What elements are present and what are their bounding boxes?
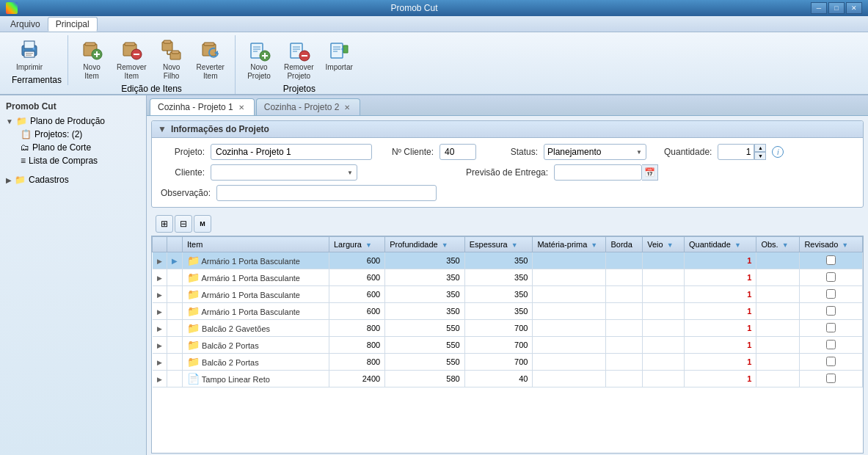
materia-cell xyxy=(533,303,606,320)
th-profundidade: Profundidade ▼ xyxy=(385,237,465,252)
menu-arquivo[interactable]: Arquivo xyxy=(3,18,48,31)
sidebar-item-cadastros[interactable]: ▶ 📁 Cadastros xyxy=(3,173,143,186)
sidebar-item-lista-compras[interactable]: ≡ Lista de Compras xyxy=(18,154,143,167)
svg-rect-30 xyxy=(264,53,266,59)
largura-cell: 600 xyxy=(329,303,385,320)
novo-projeto-icon xyxy=(247,38,271,62)
filter-revisado[interactable]: ▼ xyxy=(842,241,848,249)
filter-quantidade[interactable]: ▼ xyxy=(734,241,741,249)
profundidade-cell: 350 xyxy=(385,269,465,286)
novo-item-button[interactable]: NovoItem xyxy=(74,35,109,84)
revisado-checkbox[interactable] xyxy=(826,340,836,349)
espessura-cell: 700 xyxy=(464,354,533,371)
expand-button[interactable]: ▶ xyxy=(157,342,162,349)
toolbar-btn-list[interactable]: ⊟ xyxy=(175,215,192,233)
imprimir-button[interactable]: Imprimir xyxy=(12,35,47,75)
toolbar-btn-small[interactable]: M xyxy=(194,215,211,233)
revisado-checkbox[interactable] xyxy=(826,289,836,299)
projeto-input[interactable] xyxy=(211,144,372,160)
veio-cell xyxy=(643,337,685,354)
row-select-arrow xyxy=(167,269,183,286)
revisado-checkbox[interactable] xyxy=(826,323,836,332)
svg-rect-3 xyxy=(26,53,33,54)
ribbon-groups: Imprimir Ferramentas xyxy=(6,35,862,94)
status-select[interactable]: Planejamento Em Produção Concluído xyxy=(544,144,646,160)
item-name-cell: 📁 Armário 1 Porta Basculante xyxy=(183,286,329,303)
th-expand xyxy=(153,237,167,252)
expand-button[interactable]: ▶ xyxy=(157,376,162,383)
revisado-checkbox[interactable] xyxy=(826,255,836,265)
espessura-cell: 350 xyxy=(464,252,533,269)
sidebar-item-plano-corte[interactable]: 🗂 Plano de Corte xyxy=(18,141,143,154)
info-icon[interactable]: i xyxy=(772,146,784,158)
borda-cell xyxy=(606,320,643,337)
importar-button[interactable]: Importar xyxy=(321,35,357,75)
revisado-checkbox[interactable] xyxy=(826,357,836,366)
spinner-down[interactable]: ▼ xyxy=(754,152,766,160)
title-bar: Promob Cut ─ □ ✕ xyxy=(0,0,868,16)
previsao-input[interactable] xyxy=(554,164,642,181)
tab-cozinha2[interactable]: Cozinha - Projeto 2 ✕ xyxy=(256,98,361,115)
espessura-cell: 40 xyxy=(464,371,533,387)
menu-principal[interactable]: Principal xyxy=(48,17,98,32)
lista-compras-icon: ≡ xyxy=(21,156,26,166)
espessura-cell: 700 xyxy=(464,320,533,337)
reverter-item-button[interactable]: ReverterItem xyxy=(192,35,229,84)
no-cliente-input[interactable] xyxy=(440,144,476,160)
profundidade-cell: 350 xyxy=(385,252,465,269)
obs-cell xyxy=(756,286,800,303)
cliente-label: Cliente: xyxy=(161,167,205,178)
close-button[interactable]: ✕ xyxy=(846,2,862,14)
novo-filho-button[interactable]: NovoFilho xyxy=(154,35,189,84)
toolbar-btn-grid[interactable]: ⊞ xyxy=(156,215,173,233)
expand-button[interactable]: ▶ xyxy=(157,274,162,282)
row-select-arrow xyxy=(167,354,183,371)
content-area: Promob Cut ▼ 📁 Plano de Produção 📋 Proje… xyxy=(0,95,868,455)
cliente-select[interactable] xyxy=(211,164,357,181)
revisado-cell xyxy=(800,354,863,371)
expand-button[interactable]: ▶ xyxy=(157,258,162,265)
profundidade-cell: 350 xyxy=(385,303,465,320)
filter-veio[interactable]: ▼ xyxy=(667,241,674,249)
expand-button[interactable]: ▶ xyxy=(157,291,162,299)
filter-obs[interactable]: ▼ xyxy=(782,241,789,249)
revisado-checkbox[interactable] xyxy=(826,272,836,282)
project-panel-header: ▼ Informações do Projeto xyxy=(152,121,863,138)
novo-projeto-button[interactable]: NovoProjeto xyxy=(241,35,277,84)
table-row: ▶ 📁 Armário 1 Porta Basculante 600 350 3… xyxy=(153,286,863,303)
svg-rect-36 xyxy=(302,55,307,57)
tab-cozinha1[interactable]: Cozinha - Projeto 1 ✕ xyxy=(150,98,255,115)
remover-projeto-label: RemoverProjeto xyxy=(284,63,314,81)
filter-materia[interactable]: ▼ xyxy=(591,241,597,249)
revisado-checkbox[interactable] xyxy=(826,374,836,383)
collapse-button[interactable]: ▼ xyxy=(158,124,167,134)
spinner-up[interactable]: ▲ xyxy=(754,144,766,152)
sidebar-item-plano-producao[interactable]: ▼ 📁 Plano de Produção xyxy=(3,114,143,128)
tab-close-cozinha1[interactable]: ✕ xyxy=(236,103,247,112)
calendar-button[interactable]: 📅 xyxy=(642,164,658,181)
row-select-arrow: ▶ xyxy=(167,252,183,269)
tab-close-cozinha2[interactable]: ✕ xyxy=(342,103,352,112)
filter-profundidade[interactable]: ▼ xyxy=(442,241,448,249)
remover-projeto-button[interactable]: RemoverProjeto xyxy=(280,35,318,84)
expand-button[interactable]: ▶ xyxy=(157,325,162,332)
quantidade-input[interactable] xyxy=(718,144,754,160)
remover-item-button[interactable]: RemoverItem xyxy=(112,35,151,84)
expand-button[interactable]: ▶ xyxy=(157,308,162,316)
minimize-button[interactable]: ─ xyxy=(811,2,827,14)
observacao-input[interactable] xyxy=(216,185,437,201)
print-icon xyxy=(18,38,41,62)
filter-largura[interactable]: ▼ xyxy=(365,241,372,249)
sidebar-item-projetos[interactable]: 📋 Projetos: (2) xyxy=(18,128,143,141)
revisado-checkbox[interactable] xyxy=(826,306,836,316)
th-borda: Borda xyxy=(606,237,643,252)
expand-button[interactable]: ▶ xyxy=(157,359,162,366)
obs-cell xyxy=(756,303,800,320)
ribbon-items-ferramentas: Imprimir xyxy=(12,35,62,75)
restore-button[interactable]: □ xyxy=(828,2,845,14)
table-row: ▶ 📄 Tampo Linear Reto 2400 580 40 1 xyxy=(153,371,863,387)
table-row: ▶ ▶ 📁 Armário 1 Porta Basculante 600 350… xyxy=(153,252,863,269)
obs-cell xyxy=(756,252,800,269)
filter-espessura[interactable]: ▼ xyxy=(511,241,518,249)
profundidade-cell: 350 xyxy=(385,286,465,303)
